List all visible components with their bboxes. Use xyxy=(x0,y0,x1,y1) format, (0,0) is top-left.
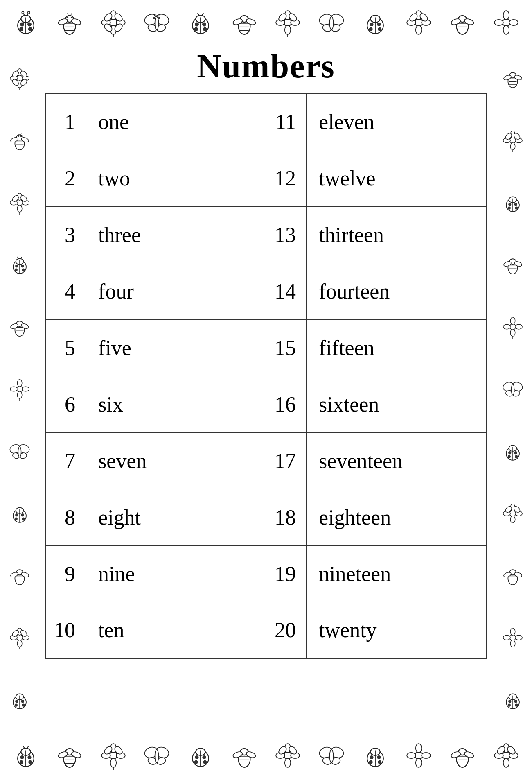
number-left-4: 5 xyxy=(45,319,86,376)
svg-point-247 xyxy=(507,703,510,706)
rside-flower2 xyxy=(501,315,525,339)
svg-point-220 xyxy=(508,451,511,454)
ladybug2-icon xyxy=(186,8,215,37)
svg-point-277 xyxy=(155,750,159,763)
word-left-5: six xyxy=(86,376,266,432)
table-row: 9 nine 19 nineteen xyxy=(45,545,487,602)
svg-point-4 xyxy=(28,23,32,26)
main-content-area: Numbers 1 one 11 eleven 2 two 12 twelve … xyxy=(39,45,493,733)
table-row: 3 three 13 thirteen xyxy=(45,206,487,263)
word-right-9: twenty xyxy=(307,602,487,658)
svg-point-174 xyxy=(15,700,18,703)
svg-point-216 xyxy=(511,384,514,395)
rside-bee3 xyxy=(501,563,525,587)
svg-point-143 xyxy=(22,387,29,391)
bee2-icon xyxy=(230,8,259,37)
svg-point-197 xyxy=(514,203,517,206)
svg-point-222 xyxy=(507,455,510,458)
svg-point-118 xyxy=(17,205,22,212)
svg-point-79 xyxy=(416,25,422,34)
word-left-1: two xyxy=(86,150,266,206)
svg-point-69 xyxy=(329,17,333,30)
svg-point-237 xyxy=(509,635,516,641)
svg-point-112 xyxy=(17,136,18,137)
svg-point-282 xyxy=(202,755,206,759)
bot-ladybug3 xyxy=(361,741,390,770)
svg-point-154 xyxy=(21,513,24,516)
svg-point-240 xyxy=(503,635,510,640)
word-right-4: fifteen xyxy=(307,319,487,376)
svg-point-94 xyxy=(509,20,518,25)
word-left-7: eight xyxy=(86,489,266,545)
svg-point-93 xyxy=(494,20,503,25)
svg-point-37 xyxy=(153,17,155,19)
bot-butterfly1 xyxy=(142,741,171,770)
side-flower3 xyxy=(8,377,32,401)
svg-point-223 xyxy=(515,455,518,458)
svg-point-128 xyxy=(21,265,24,267)
svg-point-38 xyxy=(158,17,160,19)
word-right-5: sixteen xyxy=(307,376,487,432)
number-right-1: 12 xyxy=(266,150,307,206)
number-left-9: 10 xyxy=(45,602,86,658)
side-flower2 xyxy=(8,191,32,215)
number-left-3: 4 xyxy=(45,263,86,319)
content-area: Numbers 1 one 11 eleven 2 two 12 twelve … xyxy=(0,45,532,733)
number-right-0: 11 xyxy=(266,93,307,150)
number-left-1: 2 xyxy=(45,150,86,206)
svg-point-3 xyxy=(20,23,24,26)
table-row: 4 four 14 fourteen xyxy=(45,263,487,319)
number-left-5: 6 xyxy=(45,376,86,432)
side-bee2 xyxy=(8,315,32,339)
svg-point-75 xyxy=(369,27,372,31)
flower2-icon xyxy=(273,8,302,37)
svg-point-5 xyxy=(20,27,23,31)
svg-point-187 xyxy=(510,143,515,150)
number-right-6: 17 xyxy=(266,432,307,489)
rside-flower4 xyxy=(501,626,525,649)
bot-bee2 xyxy=(230,741,259,770)
rside-flower3 xyxy=(501,502,525,525)
svg-point-255 xyxy=(29,760,32,764)
svg-point-149 xyxy=(18,446,21,457)
svg-point-10 xyxy=(28,11,30,14)
number-left-6: 7 xyxy=(45,432,86,489)
svg-point-73 xyxy=(370,23,373,26)
svg-point-46 xyxy=(194,27,198,31)
svg-point-314 xyxy=(422,753,431,758)
rside-ladybug1 xyxy=(501,191,525,215)
svg-point-239 xyxy=(510,640,515,647)
side-bee3 xyxy=(8,563,32,587)
svg-point-302 xyxy=(329,750,333,763)
svg-point-74 xyxy=(377,23,381,26)
page: Numbers 1 one 11 eleven 2 two 12 twelve … xyxy=(0,0,532,778)
svg-point-245 xyxy=(508,700,511,703)
word-left-4: five xyxy=(86,319,266,376)
svg-point-198 xyxy=(507,206,510,209)
word-right-6: seventeen xyxy=(307,432,487,489)
number-right-7: 18 xyxy=(266,489,307,545)
border-right xyxy=(493,45,532,733)
page-title: Numbers xyxy=(197,47,335,86)
svg-point-253 xyxy=(28,755,32,759)
svg-point-311 xyxy=(416,744,422,753)
svg-point-127 xyxy=(15,265,18,267)
svg-point-224 xyxy=(509,510,516,516)
rside-bee1 xyxy=(501,66,525,90)
number-right-4: 15 xyxy=(266,319,307,376)
table-row: 8 eight 18 eighteen xyxy=(45,489,487,545)
svg-point-238 xyxy=(510,628,515,635)
rside-flower1 xyxy=(501,129,525,152)
side-ladybug3 xyxy=(8,688,32,712)
flower3-icon xyxy=(404,8,433,37)
number-left-8: 9 xyxy=(45,545,86,602)
side-flower1 xyxy=(8,66,32,90)
number-left-2: 3 xyxy=(45,206,86,263)
border-left xyxy=(0,45,39,733)
rside-bee2 xyxy=(501,253,525,276)
svg-point-267 xyxy=(110,758,116,767)
ladybug3-icon xyxy=(361,8,390,37)
word-left-8: nine xyxy=(86,545,266,602)
svg-point-208 xyxy=(510,329,515,336)
svg-point-18 xyxy=(67,17,69,19)
